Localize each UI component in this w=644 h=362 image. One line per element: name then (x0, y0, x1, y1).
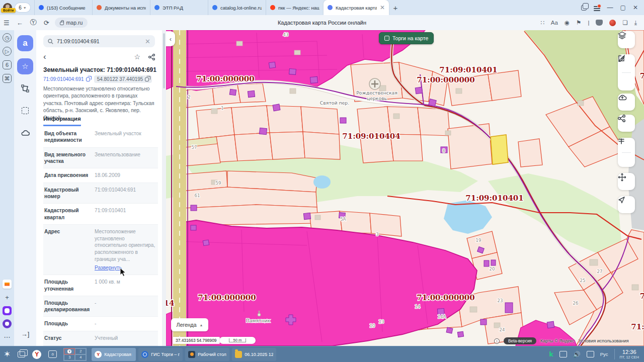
browser-tab[interactable]: пкк — Яндекс: нашлось (266, 0, 324, 15)
pan-button[interactable] (618, 173, 635, 190)
tab-groups-icon[interactable] (581, 5, 587, 11)
taskbar-button[interactable]: ГИС Торги – прод... (138, 348, 183, 361)
upload-button[interactable] (618, 94, 635, 111)
collections-icon[interactable]: ❏ (622, 19, 627, 26)
desktop-2[interactable]: 2 (75, 348, 86, 354)
kaspersky-icon[interactable]: k (549, 350, 553, 358)
screenshot-tool-icon[interactable]: ö (48, 350, 57, 358)
taskbar-button[interactable]: 06.10.2025 12-00... (232, 348, 276, 361)
tab-close-icon[interactable]: ✕ (380, 5, 385, 10)
yandex-services-icon[interactable]: Ⓨ (30, 18, 37, 27)
tab-label: Кадастровая карта Ро (336, 5, 377, 11)
display-icon[interactable] (587, 351, 594, 357)
downloads-icon[interactable]: ⤓ (634, 19, 637, 26)
minimize-button[interactable]: — (607, 5, 613, 11)
expand-link[interactable]: Развернуть (95, 264, 158, 272)
copy-icon[interactable] (145, 77, 149, 81)
clear-search-icon[interactable]: ✕ (145, 38, 150, 45)
area-select-icon[interactable] (17, 103, 33, 119)
draw-tools-button[interactable] (618, 54, 635, 90)
zoom-out-icon[interactable] (618, 138, 625, 141)
legend-button[interactable]: Легенда ▲ (171, 318, 208, 331)
browser-tab[interactable]: catalog.lot-online.ru/inde (208, 0, 266, 15)
browser-tab[interactable]: (153) Сообщение (34, 0, 92, 15)
bookmark-icon[interactable]: ⚑ (576, 19, 581, 26)
taskbar: ✶ Y ö Y 2 3 4 YКадастровая кар...ГИС Тор… (0, 346, 644, 362)
taskbar-button[interactable]: YКадастровая кар... (92, 348, 136, 361)
virtual-desktop-pager[interactable]: Y 2 3 4 (63, 348, 87, 361)
desktop-4[interactable]: 4 (75, 354, 86, 360)
map-canvas[interactable]: 71:00:00000071:09:01040171:00:00000071:0… (166, 30, 644, 346)
capture-icon[interactable]: ⌘ (3, 74, 12, 83)
favorites-button[interactable]: ☆ (17, 58, 33, 74)
share-map-button[interactable] (618, 115, 635, 132)
info-icon[interactable]: i (494, 338, 500, 344)
browser-tab[interactable]: Кадастровая карта Ро✕ (324, 0, 389, 15)
window-controls: — ▢ ✕ (581, 5, 644, 11)
taskbar-button[interactable]: Рабочий стол 1 - ... (185, 348, 229, 361)
clock[interactable]: 12:36 ПТ, 12 СЕН (614, 349, 639, 359)
sidebar-toggle-icon[interactable]: ☰ (4, 19, 10, 27)
maximize-button[interactable]: ▢ (620, 5, 626, 11)
tab-information[interactable]: Информация (43, 116, 81, 126)
messenger-icon[interactable] (3, 306, 12, 315)
start-menu-icon[interactable]: ✶ (4, 349, 11, 359)
panel-back-icon[interactable]: ‹ (43, 53, 46, 60)
volume-icon[interactable]: 🔊 (573, 351, 581, 357)
cloud-icon[interactable] (17, 125, 33, 141)
translate-icon[interactable]: Аа (551, 20, 558, 26)
browser-tab[interactable]: ЭТП РАД (150, 0, 208, 15)
terms-link[interactable]: Условия использования (579, 338, 629, 343)
panel-collapse-icon[interactable]: →] (21, 330, 30, 338)
address-bar[interactable]: map.ru (55, 18, 88, 28)
history-icon[interactable]: ◷ (3, 33, 12, 42)
mail-icon[interactable] (3, 280, 12, 289)
zoom-control[interactable] (618, 138, 635, 167)
printer-icon[interactable] (559, 351, 567, 357)
polygon-select-icon[interactable] (17, 80, 33, 97)
copy-icon[interactable] (86, 77, 90, 81)
browser-menu-icon[interactable] (594, 5, 600, 11)
coordinates-chip[interactable]: 54.80122 37.440195 (94, 75, 152, 83)
language-indicator[interactable]: Рус (600, 351, 608, 357)
parcel-number: 2 (188, 95, 190, 100)
protect-shield-icon[interactable] (596, 20, 603, 26)
desktop-3[interactable]: 3 (64, 354, 75, 360)
geolocation-button[interactable] (618, 196, 635, 213)
checkbox[interactable] (384, 36, 389, 41)
info-value-text: 71:09:010401 (95, 207, 158, 214)
app-logo[interactable]: a (17, 35, 33, 51)
profile-area[interactable]: Войти 6▼ (0, 0, 34, 15)
search-input[interactable] (57, 38, 141, 44)
desktop-1[interactable]: Y (64, 348, 75, 354)
trades-on-map-button[interactable]: Торги на карте (379, 32, 434, 44)
parcel-number: 57 (192, 145, 197, 150)
counter-badge[interactable]: 6 (3, 60, 12, 69)
add-icon[interactable]: + (3, 293, 12, 302)
browser-tab[interactable]: Документы на исполнен (92, 0, 150, 15)
alice-icon[interactable] (3, 319, 12, 328)
share-icon[interactable] (148, 54, 155, 60)
yandex-browser-icon[interactable]: Y (32, 350, 41, 359)
cadastral-number-chip[interactable]: 71:09:010404:691 (43, 76, 90, 82)
selected-parcel[interactable] (491, 135, 508, 164)
panel-scrollbar-thumb[interactable] (163, 33, 165, 88)
extension-avatar-icon[interactable] (609, 20, 616, 26)
tab-counter[interactable]: 6▼ (15, 3, 30, 12)
more-icon[interactable]: ⋯ (3, 332, 12, 341)
screenshot-icon[interactable]: ◉ (565, 19, 570, 26)
info-value: 18.06.2009 (91, 172, 158, 179)
play-icon[interactable]: ▷ (3, 47, 12, 56)
layers-button[interactable] (618, 31, 635, 48)
extensions-icon[interactable]: ∷ (540, 19, 544, 26)
search-box[interactable]: ✕ (43, 35, 155, 47)
back-icon[interactable]: ← (17, 19, 23, 27)
close-button[interactable]: ✕ (633, 5, 638, 11)
map-graphics[interactable]: 71:00:00000071:09:01040171:00:00000071:0… (166, 30, 644, 346)
favorite-star-icon[interactable]: ☆ (134, 53, 140, 61)
window-switcher-icon[interactable] (18, 351, 25, 357)
login-badge[interactable]: Войти (1, 8, 16, 13)
reload-icon[interactable]: ⟳ (44, 19, 49, 27)
panel-collapse-button[interactable]: ‹ (166, 31, 175, 46)
new-tab-button[interactable]: + (389, 1, 402, 14)
